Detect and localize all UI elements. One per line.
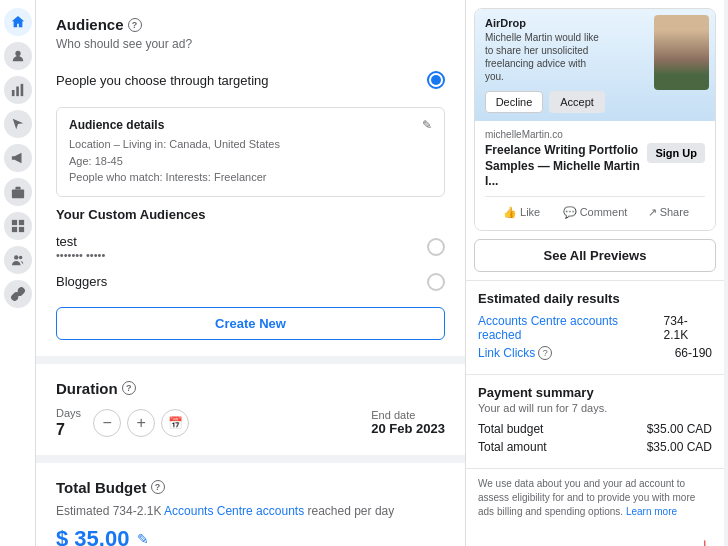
increment-button[interactable]: + [127,409,155,437]
duration-title-text: Duration [56,380,118,397]
disclaimer-text: We use data about you and your ad accoun… [466,468,724,527]
accounts-centre-link[interactable]: Accounts Centre accounts [164,504,304,518]
end-date-block: End date 20 Feb 2023 [371,409,445,436]
audience-edit-icon[interactable]: ✎ [422,118,432,132]
sidebar-grid-icon[interactable] [4,212,32,240]
see-all-previews-button[interactable]: See All Previews [474,239,716,272]
airdrop-body: Michelle Martin would like to share her … [485,31,605,83]
budget-title-text: Total Budget [56,479,147,496]
share-icon: ↗ [648,206,657,219]
like-label: Like [520,206,540,218]
total-budget-value: $35.00 CAD [647,422,712,436]
create-new-button[interactable]: Create New [56,307,445,340]
audience-interests: People who match: Interests: Freelancer [69,171,266,183]
budget-info-icon[interactable]: ? [151,480,165,494]
total-amount-value: $35.00 CAD [647,440,712,454]
ad-bottom: michelleMartin.co Freelance Writing Port… [475,121,715,230]
sidebar-chart-icon[interactable] [4,76,32,104]
ad-title-row: Freelance Writing Portfolio Samples — Mi… [485,143,705,190]
comment-label: Comment [580,206,628,218]
airdrop-accept-button[interactable]: Accept [549,91,605,113]
duration-title: Duration ? [56,380,445,397]
custom-audiences-label: Your Custom Audiences [56,207,445,222]
person-silhouette [654,15,709,90]
days-block: Days 7 [56,407,81,439]
person-image [654,15,709,90]
share-button[interactable]: ↗ Share [632,203,705,222]
duration-info-icon[interactable]: ? [122,381,136,395]
share-label: Share [660,206,689,218]
main-content: Audience ? Who should see your ad? Peopl… [36,0,728,546]
calendar-button[interactable]: 📅 [161,409,189,437]
airdrop-decline-button[interactable]: Decline [485,91,543,113]
duration-section: Duration ? Days 7 − + 📅 End date 20 Feb … [36,364,465,463]
airdrop-preview: AirDrop Michelle Martin would like to sh… [475,9,715,121]
audience-section: Audience ? Who should see your ad? Peopl… [36,0,465,364]
svg-rect-7 [11,227,16,232]
end-date-value: 20 Feb 2023 [371,421,445,436]
audience-item-test-name: test ••••••• ••••• [56,234,105,261]
like-button[interactable]: 👍 Like [485,203,558,222]
link-clicks-value: 66-190 [675,346,712,360]
estimated-results-title: Estimated daily results [478,291,712,306]
airdrop-title: AirDrop [485,17,605,29]
learn-more-link[interactable]: Learn more [626,506,677,517]
arrow-container: ↓ [466,527,724,546]
days-value: 7 [56,421,81,439]
audience-subtitle: Who should see your ad? [56,37,445,51]
budget-amount: $ 35.00 [56,526,129,547]
duration-row: Days 7 − + 📅 End date 20 Feb 2023 [56,407,445,439]
decrement-button[interactable]: − [93,409,121,437]
svg-rect-1 [11,90,14,96]
link-clicks-info-icon[interactable]: ? [538,346,552,360]
end-date-label: End date [371,409,445,421]
ad-preview-card: AirDrop Michelle Martin would like to sh… [474,8,716,231]
total-budget-row: Total budget $35.00 CAD [478,422,712,436]
estimated-results-section: Estimated daily results Accounts Centre … [466,280,724,374]
svg-rect-8 [18,227,23,232]
svg-rect-6 [18,220,23,225]
targeting-option[interactable]: People you choose through targeting [56,63,445,97]
payment-title: Payment summary [478,385,712,400]
svg-point-10 [18,256,22,260]
sidebar-briefcase-icon[interactable] [4,178,32,206]
bloggers-name: Bloggers [56,274,107,289]
budget-section: Total Budget ? Estimated 734-2.1K Accoun… [36,463,465,547]
sidebar-megaphone-icon[interactable] [4,144,32,172]
svg-rect-3 [20,84,23,96]
sidebar-people-icon[interactable] [4,246,32,274]
audience-details-text: Location – Living in: Canada, United Sta… [69,136,432,186]
sidebar [0,0,36,546]
targeting-label: People you choose through targeting [56,73,269,88]
sidebar-profile-icon[interactable] [4,42,32,70]
budget-edit-icon[interactable]: ✎ [137,531,149,547]
test-radio[interactable] [427,238,445,256]
targeting-radio[interactable] [427,71,445,89]
audience-test-sub: ••••••• ••••• [56,249,105,261]
svg-point-9 [14,255,18,259]
budget-amount-row: $ 35.00 ✎ [56,526,445,547]
ad-title: Freelance Writing Portfolio Samples — Mi… [485,143,641,190]
svg-rect-4 [11,189,23,198]
bloggers-radio[interactable] [427,273,445,291]
audience-title-text: Audience [56,16,124,33]
like-icon: 👍 [503,206,517,219]
sidebar-cursor-icon[interactable] [4,110,32,138]
down-arrow-icon: ↓ [698,533,712,546]
right-panel: AirDrop Michelle Martin would like to sh… [466,0,724,546]
budget-title: Total Budget ? [56,479,445,496]
audience-details-card: Audience details Location – Living in: C… [56,107,445,197]
audience-details-title: Audience details [69,118,432,132]
sidebar-link-icon[interactable] [4,280,32,308]
comment-button[interactable]: 💬 Comment [558,203,631,222]
audience-title: Audience ? [56,16,445,33]
accounts-reached-label[interactable]: Accounts Centre accounts reached [478,314,664,342]
ad-actions: 👍 Like 💬 Comment ↗ Share [485,196,705,222]
audience-age: Age: 18-45 [69,155,123,167]
sidebar-home-icon[interactable] [4,8,32,36]
total-amount-row: Total amount $35.00 CAD [478,440,712,454]
budget-estimated-text: Estimated 734-2.1K Accounts Centre accou… [56,504,445,518]
signup-button[interactable]: Sign Up [647,143,705,163]
audience-info-icon[interactable]: ? [128,18,142,32]
days-label: Days [56,407,81,419]
